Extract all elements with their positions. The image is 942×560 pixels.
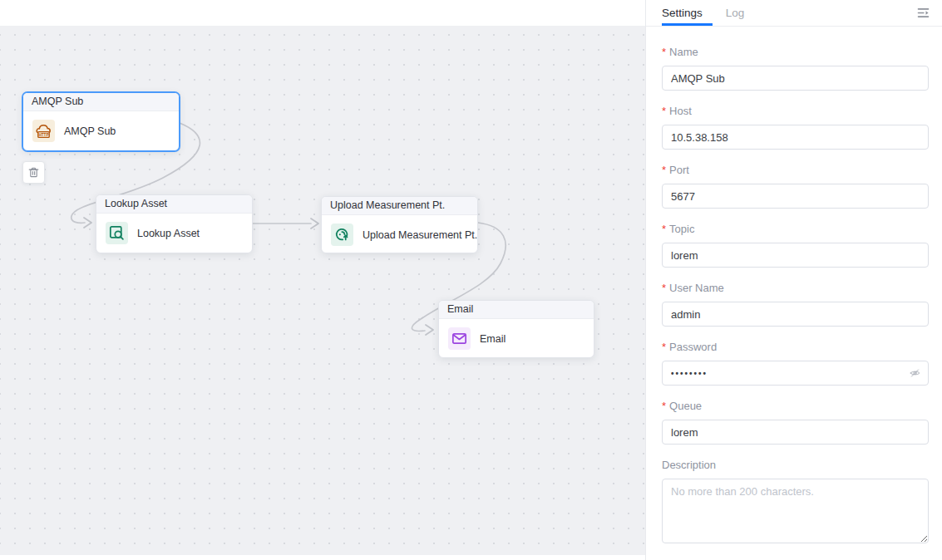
field-topic: *Topic — [662, 223, 929, 268]
field-label: *Topic — [662, 223, 929, 235]
node-lookup-asset[interactable]: Lookup Asset Lookup Asset — [96, 194, 253, 253]
menu-unfold-icon — [916, 6, 930, 20]
required-marker: * — [662, 400, 666, 412]
node-title: AMQP Sub — [23, 93, 179, 111]
field-name: *Name — [662, 46, 929, 91]
field-label-text: Queue — [669, 400, 702, 412]
field-label-text: Topic — [669, 223, 694, 235]
tab-settings[interactable]: Settings — [662, 0, 703, 26]
field-label: *Password — [662, 341, 929, 353]
node-title: Upload Measurement Pt. — [322, 197, 477, 215]
host-input[interactable] — [662, 125, 929, 150]
password-input[interactable] — [662, 361, 929, 386]
port-input[interactable] — [662, 184, 929, 209]
field-port: *Port — [662, 164, 929, 209]
description-textarea[interactable] — [662, 479, 929, 543]
eye-invisible-icon[interactable] — [909, 367, 921, 380]
svg-text:HTTP: HTTP — [39, 133, 49, 137]
node-label: AMQP Sub — [64, 125, 116, 137]
delete-node-button[interactable] — [22, 161, 45, 184]
node-label: Upload Measurement Pt. — [362, 229, 477, 241]
required-marker: * — [662, 341, 666, 353]
collapse-panel-button[interactable] — [915, 4, 932, 22]
node-email[interactable]: Email Email — [438, 300, 594, 358]
node-title: Email — [439, 301, 594, 319]
topic-input[interactable] — [662, 243, 929, 268]
required-marker: * — [662, 46, 666, 58]
field-label-text: Host — [669, 105, 692, 117]
flow-canvas[interactable]: AMQP Sub HTTP AMQP Sub Look — [0, 0, 645, 560]
node-upload-measurement-pt[interactable]: Upload Measurement Pt. Upload Measuremen… — [321, 196, 478, 253]
tab-log[interactable]: Log — [726, 0, 745, 26]
field-label: *Name — [662, 46, 929, 58]
field-password: *Password — [662, 341, 929, 386]
field-label: *User Name — [662, 282, 929, 294]
node-amqp-sub[interactable]: AMQP Sub HTTP AMQP Sub — [22, 92, 180, 151]
queue-input[interactable] — [662, 420, 929, 445]
required-marker: * — [662, 223, 666, 235]
field-label: Description — [662, 459, 929, 471]
field-label-text: Description — [662, 459, 716, 471]
field-description: Description — [662, 459, 929, 547]
field-label-text: Name — [669, 46, 698, 58]
trash-icon — [27, 165, 41, 179]
username-input[interactable] — [662, 302, 929, 327]
amqp-cloud-http-icon: HTTP — [32, 120, 55, 142]
required-marker: * — [662, 282, 666, 294]
required-marker: * — [662, 164, 666, 176]
field-queue: *Queue — [662, 400, 929, 445]
name-input[interactable] — [662, 66, 929, 91]
panel-tabbar: Settings Log — [646, 0, 942, 27]
field-label: *Queue — [662, 400, 929, 412]
node-label: Lookup Asset — [137, 228, 200, 239]
node-label: Email — [480, 333, 506, 345]
field-label-text: Port — [669, 164, 689, 176]
field-label: *Host — [662, 105, 929, 117]
field-user-name: *User Name — [662, 282, 929, 327]
settings-panel: Settings Log *Name *Host — [645, 0, 942, 560]
envelope-icon — [448, 327, 471, 350]
field-label-text: User Name — [669, 282, 724, 294]
signal-upload-icon — [331, 224, 353, 246]
asset-search-icon — [106, 222, 128, 244]
node-title: Lookup Asset — [96, 195, 252, 214]
settings-form: *Name *Host *Port *Topic *User Name — [646, 27, 942, 547]
field-label-text: Password — [669, 341, 717, 353]
field-host: *Host — [662, 105, 929, 150]
required-marker: * — [662, 105, 666, 117]
field-label: *Port — [662, 164, 929, 176]
